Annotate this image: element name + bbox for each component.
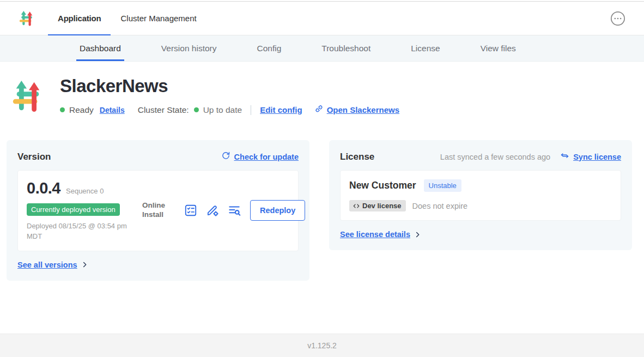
install-type-label: Online Install [142, 201, 168, 220]
subnav-version-history-label: Version history [161, 44, 217, 53]
license-expiration: Does not expire [412, 202, 468, 210]
app-status-row: Ready Details Cluster State: Up to date … [60, 104, 399, 116]
subnav-config-label: Config [257, 44, 282, 53]
version-card: Version Check for update 0.0.4 [7, 140, 309, 281]
license-panel: New Customer Unstable Dev license Does [340, 170, 621, 221]
subnav-item-dashboard[interactable]: Dashboard [76, 35, 124, 61]
app-logo-icon[interactable] [19, 9, 35, 28]
version-sequence: Sequence 0 [66, 187, 104, 195]
tab-cluster-management-label: Cluster Management [120, 14, 196, 23]
see-license-details-wrap: See license details [340, 230, 422, 239]
external-link-icon [314, 104, 324, 116]
subnav-dashboard-label: Dashboard [80, 44, 121, 53]
deployed-timestamp: Deployed 08/15/25 @ 03:54 pm MDT [27, 221, 136, 242]
license-last-synced: Last synced a few seconds ago [440, 153, 550, 161]
open-app-link[interactable]: Open Slackernews [327, 105, 399, 114]
subnav-item-license[interactable]: License [408, 35, 443, 61]
subnav-view-files-label: View files [481, 44, 516, 53]
subnav-item-config[interactable]: Config [254, 35, 285, 61]
currently-deployed-badge: Currently deployed version [27, 203, 120, 216]
app-logo-large [11, 76, 45, 117]
license-type-badge: Dev license [349, 200, 406, 211]
console-footer: v1.125.2 [0, 334, 644, 357]
view-logs-icon[interactable] [227, 203, 241, 217]
cluster-state-value: Up to date [203, 105, 242, 115]
subnav-item-view-files[interactable]: View files [477, 35, 519, 61]
version-card-title: Version [17, 152, 51, 162]
subnav-item-version-history[interactable]: Version history [158, 35, 220, 61]
dashboard-main: SlackerNews Ready Details Cluster State:… [0, 62, 644, 281]
check-for-update-link[interactable]: Check for update [234, 153, 299, 161]
console-version: v1.125.2 [307, 341, 337, 350]
topbar-spacer [206, 2, 610, 35]
preflight-checks-icon[interactable] [184, 203, 198, 217]
current-version-panel: 0.0.4 Sequence 0 Currently deployed vers… [17, 170, 299, 251]
page-title: SlackerNews [60, 76, 399, 96]
check-for-update-wrap: Check for update [221, 151, 299, 162]
refresh-icon [221, 151, 230, 162]
sync-license-link[interactable]: Sync license [573, 153, 621, 161]
top-tab-bar: Application Cluster Management [48, 2, 206, 35]
chevron-right-icon [81, 261, 89, 269]
cluster-state-label: Cluster State: [138, 105, 189, 115]
version-action-icons [176, 203, 241, 217]
version-number: 0.0.4 [27, 179, 60, 197]
license-type-text: Dev license [362, 202, 402, 210]
app-status-text: Ready [69, 105, 94, 115]
details-link[interactable]: Details [100, 106, 125, 114]
chevron-right-icon [414, 231, 422, 239]
see-all-versions-wrap: See all versions [17, 261, 89, 269]
sync-license-wrap: Sync license [560, 151, 621, 162]
top-navbar: Application Cluster Management [0, 2, 644, 35]
edit-config-link[interactable]: Edit config [260, 105, 302, 114]
subnav-license-label: License [411, 44, 440, 53]
subnav-troubleshoot-label: Troubleshoot [321, 44, 370, 53]
ellipsis-icon [610, 20, 625, 28]
customer-name: New Customer [349, 180, 416, 191]
dashboard-cards: Version Check for update 0.0.4 [0, 140, 644, 281]
code-icon [353, 202, 360, 210]
license-card-title: License [340, 152, 374, 162]
tab-application-label: Application [58, 14, 101, 23]
see-license-details-link[interactable]: See license details [340, 230, 410, 239]
subnav-item-troubleshoot[interactable]: Troubleshoot [318, 35, 374, 61]
tab-cluster-management[interactable]: Cluster Management [111, 2, 206, 35]
license-card: License Last synced a few seconds ago Sy… [329, 140, 632, 250]
edit-config-icon[interactable] [205, 203, 220, 217]
tab-application[interactable]: Application [48, 2, 111, 35]
overflow-menu-button[interactable] [610, 11, 625, 26]
channel-badge: Unstable [424, 179, 461, 192]
app-subnav: Dashboard Version history Config Trouble… [0, 35, 644, 62]
sync-icon [560, 151, 569, 162]
open-app-wrap: Open Slackernews [314, 104, 399, 116]
cluster-state-dot-icon [194, 107, 199, 112]
status-divider [251, 105, 251, 115]
app-header: SlackerNews Ready Details Cluster State:… [0, 62, 644, 117]
redeploy-button[interactable]: Redeploy [250, 200, 305, 221]
app-status-dot-icon [60, 107, 65, 112]
see-all-versions-link[interactable]: See all versions [17, 261, 77, 269]
